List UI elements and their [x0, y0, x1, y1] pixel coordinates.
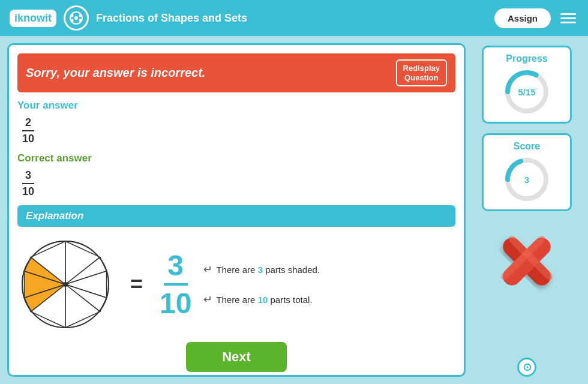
menu-button[interactable] [558, 11, 578, 26]
next-button[interactable]: Next [186, 342, 287, 372]
shaded-text: There are 3 parts shaded. [216, 265, 320, 275]
total-annotation: ↵ There are 10 parts total. [203, 293, 320, 306]
correct-answer-fraction: 3 10 [17, 169, 455, 198]
arrow-up-icon: ↵ [203, 263, 212, 276]
explanation-fraction: 3 10 [160, 249, 191, 320]
header: iknowit Fractions of Shapes and Sets Ass… [0, 0, 588, 36]
svg-point-4 [71, 19, 74, 22]
explanation-numerator: 3 [164, 249, 188, 286]
svg-point-5 [79, 19, 82, 22]
logo-text: iknowit [10, 10, 56, 27]
your-answer-fraction: 2 10 [17, 116, 455, 145]
score-card: Score 3 [482, 133, 572, 211]
content-panel: Sorry, your answer is incorrect. Redispl… [7, 43, 466, 377]
your-answer-label: Your answer [17, 100, 455, 112]
progress-title: Progress [506, 53, 547, 64]
score-circle: 3 [503, 155, 551, 203]
progress-card: Progress 5/15 [482, 46, 572, 124]
next-btn-container: Next [17, 342, 455, 374]
assign-button[interactable]: Assign [494, 8, 551, 28]
correct-answer-label: Correct answer [17, 152, 455, 164]
pie-chart [17, 236, 113, 332]
page-title: Fractions of Shapes and Sets [96, 12, 487, 25]
incorrect-banner: Sorry, your answer is incorrect. Redispl… [17, 53, 455, 92]
your-numerator: 2 [22, 116, 34, 131]
total-count: 10 [258, 295, 268, 305]
explanation-body: = 3 10 ↵ There are 3 parts shaded. ↵ The… [17, 232, 455, 337]
sidebar: Progress 5/15 Score 3 [473, 43, 581, 377]
correct-denominator: 10 [22, 184, 34, 198]
your-denominator: 10 [22, 131, 34, 145]
incorrect-message: Sorry, your answer is incorrect. [26, 66, 205, 80]
score-value: 3 [524, 175, 529, 185]
explanation-annotations: ↵ There are 3 parts shaded. ↵ There are … [203, 263, 320, 306]
equals-sign: = [125, 272, 148, 297]
shaded-annotation: ↵ There are 3 parts shaded. [203, 263, 320, 276]
svg-point-3 [79, 14, 82, 17]
svg-point-2 [71, 14, 74, 17]
explanation-header: Explanation [17, 205, 455, 227]
main-layout: Sorry, your answer is incorrect. Redispl… [0, 36, 588, 384]
svg-point-1 [74, 16, 78, 20]
shaded-count: 3 [258, 265, 263, 275]
explanation-denominator: 10 [160, 286, 191, 320]
progress-circle: 5/15 [503, 68, 551, 116]
arrow-down-icon: ↵ [203, 293, 212, 306]
incorrect-x-mark [491, 226, 563, 298]
progress-value: 5/15 [518, 87, 535, 97]
svg-point-9 [63, 282, 68, 287]
logo-icon [64, 5, 89, 31]
score-title: Score [514, 141, 540, 152]
info-button[interactable]: ⊙ [517, 358, 536, 377]
total-text: There are 10 parts total. [216, 295, 312, 305]
redisplay-button[interactable]: RedisplayQuestion [396, 59, 447, 86]
correct-numerator: 3 [22, 169, 34, 184]
